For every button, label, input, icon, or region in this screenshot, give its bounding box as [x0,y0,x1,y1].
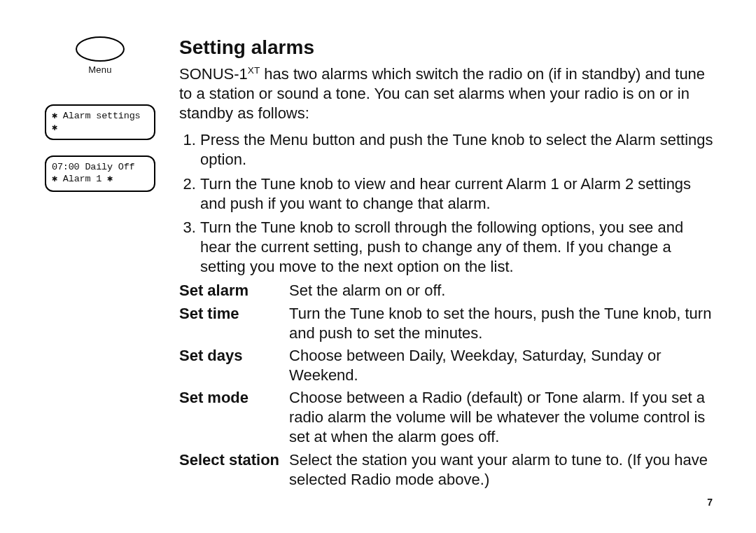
product-name: SONUS-1 [179,65,248,83]
steps-list: Press the Menu button and push the Tune … [179,130,715,277]
step-item: Turn the Tune knob to view and hear curr… [200,174,715,214]
definition-row: Set time Turn the Tune knob to set the h… [179,304,715,346]
definition-row: Set days Choose between Daily, Weekday, … [179,346,715,388]
definition-term: Set alarm [179,281,289,303]
lcd-line: ✱ Alarm settings ✱ [52,111,148,134]
page-number: 7 [707,497,713,509]
page-layout: Menu ✱ Alarm settings ✱ 07:00 Daily Off … [41,35,715,492]
definition-desc: Choose between a Radio (default) or Tone… [289,388,715,450]
definition-row: Set alarm Set the alarm on or off. [179,281,715,303]
definition-term: Select station [179,450,289,492]
lcd-alarm-detail: 07:00 Daily Off ✱ Alarm 1 ✱ [45,155,155,192]
sidebar-illustrations: Menu ✱ Alarm settings ✱ 07:00 Daily Off … [41,35,160,192]
menu-button-label: Menu [88,64,112,76]
definition-row: Select station Select the station you wa… [179,450,715,492]
definition-term: Set mode [179,388,289,450]
lcd-line: 07:00 Daily Off [52,162,148,174]
definition-desc: Choose between Daily, Weekday, Saturday,… [289,346,715,388]
product-name-sup: XT [248,65,260,76]
manual-page: Menu ✱ Alarm settings ✱ 07:00 Daily Off … [0,0,756,533]
definition-desc: Set the alarm on or off. [289,281,715,303]
definitions-table: Set alarm Set the alarm on or off. Set t… [179,281,715,492]
intro-paragraph: SONUS-1XT has two alarms which switch th… [179,64,715,123]
definition-term: Set time [179,304,289,346]
definition-row: Set mode Choose between a Radio (default… [179,388,715,450]
definition-desc: Select the station you want your alarm t… [289,450,715,492]
lcd-alarm-settings: ✱ Alarm settings ✱ [45,104,155,141]
menu-button-illustration [76,36,125,62]
section-heading: Setting alarms [179,35,715,60]
definition-desc: Turn the Tune knob to set the hours, pus… [289,304,715,346]
definition-term: Set days [179,346,289,388]
step-item: Press the Menu button and push the Tune … [200,130,715,169]
main-content: Setting alarms SONUS-1XT has two alarms … [179,35,715,492]
step-item: Turn the Tune knob to scroll through the… [200,218,715,277]
lcd-line: ✱ Alarm 1 ✱ [52,174,148,186]
